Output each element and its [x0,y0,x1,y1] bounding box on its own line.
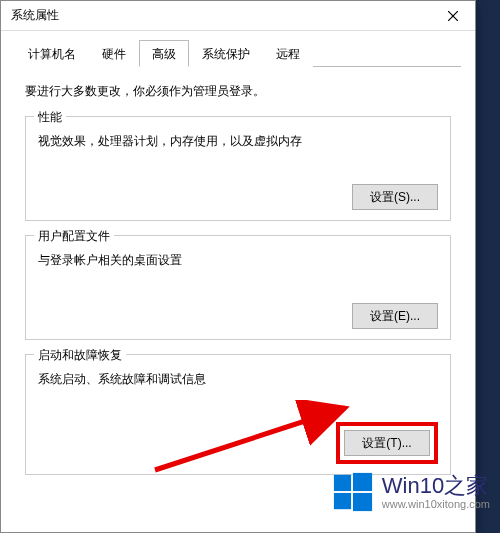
admin-notice: 要进行大多数更改，你必须作为管理员登录。 [25,83,451,100]
user-profiles-group: 用户配置文件 与登录帐户相关的桌面设置 设置(E)... [25,235,451,340]
tab-remote[interactable]: 远程 [263,40,313,67]
startup-recovery-settings-button[interactable]: 设置(T)... [344,430,430,456]
titlebar: 系统属性 [1,1,475,31]
startup-recovery-title: 启动和故障恢复 [34,347,126,364]
svg-rect-5 [353,473,372,491]
tab-computer-name[interactable]: 计算机名 [15,40,89,67]
tab-advanced[interactable]: 高级 [139,40,189,67]
user-profiles-button-row: 设置(E)... [38,303,438,329]
watermark-text: Win10之家 www.win10xitong.com [382,474,490,510]
svg-rect-6 [334,493,351,509]
tab-system-protection[interactable]: 系统保护 [189,40,263,67]
user-profiles-desc: 与登录帐户相关的桌面设置 [38,252,438,269]
svg-rect-4 [334,475,351,491]
watermark-brand: Win10之家 [382,474,490,498]
startup-recovery-group: 启动和故障恢复 系统启动、系统故障和调试信息 设置(T)... [25,354,451,475]
highlight-annotation: 设置(T)... [336,422,438,464]
startup-recovery-desc: 系统启动、系统故障和调试信息 [38,371,438,388]
close-icon [448,11,458,21]
advanced-panel: 要进行大多数更改，你必须作为管理员登录。 性能 视觉效果，处理器计划，内存使用，… [15,67,461,499]
tab-hardware[interactable]: 硬件 [89,40,139,67]
performance-button-row: 设置(S)... [38,184,438,210]
performance-desc: 视觉效果，处理器计划，内存使用，以及虚拟内存 [38,133,438,150]
performance-settings-button[interactable]: 设置(S)... [352,184,438,210]
user-profiles-settings-button[interactable]: 设置(E)... [352,303,438,329]
svg-rect-7 [353,493,372,511]
tab-bar: 计算机名 硬件 高级 系统保护 远程 [15,39,461,67]
watermark: Win10之家 www.win10xitong.com [332,471,490,513]
close-button[interactable] [430,1,475,30]
performance-title: 性能 [34,109,66,126]
startup-recovery-button-row: 设置(T)... [38,422,438,464]
dialog-title: 系统属性 [11,7,59,24]
dialog-content: 计算机名 硬件 高级 系统保护 远程 要进行大多数更改，你必须作为管理员登录。 … [1,31,475,507]
windows-logo-icon [332,471,374,513]
user-profiles-title: 用户配置文件 [34,228,114,245]
system-properties-dialog: 系统属性 计算机名 硬件 高级 系统保护 远程 要进行大多数更改，你必须作为管理… [0,0,476,533]
performance-group: 性能 视觉效果，处理器计划，内存使用，以及虚拟内存 设置(S)... [25,116,451,221]
watermark-url: www.win10xitong.com [382,498,490,510]
